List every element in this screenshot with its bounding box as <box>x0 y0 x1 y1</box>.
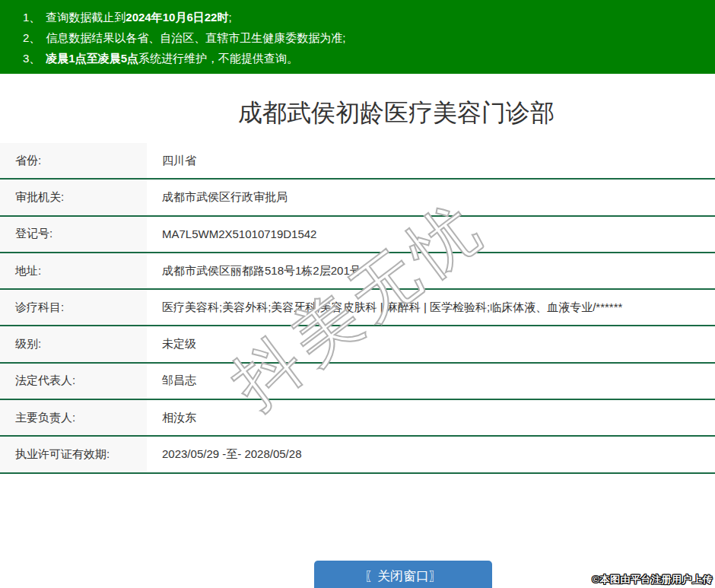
notice-item-text: 信息数据结果以各省、自治区、直辖市卫生健康委数据为准; <box>46 31 345 44</box>
notice-item: 2、信息数据结果以各省、自治区、直辖市卫生健康委数据为准; <box>0 27 715 48</box>
notice-item-text: 查询数据截止到 <box>46 11 126 24</box>
row-label: 执业许可证有效期: <box>0 437 147 472</box>
row-value: 四川省 <box>147 143 715 178</box>
row-value: 医疗美容科;美容外科;美容牙科;美容皮肤科 | 麻醉科 | 医学检验科;临床体液… <box>147 290 715 325</box>
row-value: 2023/05/29 -至- 2028/05/28 <box>147 437 715 472</box>
row-value: 未定级 <box>147 326 715 361</box>
close-window-button[interactable]: 〖关闭窗口〗 <box>314 561 492 588</box>
table-row: 地址: 成都市武侯区丽都路518号1栋2层201号 <box>0 253 715 290</box>
table-row: 法定代表人: 邹昌志 <box>0 364 715 400</box>
notice-item: 1、查询数据截止到2024年10月6日22时; <box>0 7 715 27</box>
row-value: 成都市武侯区行政审批局 <box>147 180 715 215</box>
row-label: 诊疗科目: <box>0 290 147 325</box>
row-value: 相汝东 <box>147 400 715 435</box>
table-row: 登记号: MA7L5WM2X51010719D1542 <box>0 217 715 253</box>
table-row: 执业许可证有效期: 2023/05/29 -至- 2028/05/28 <box>0 437 715 473</box>
notice-item-number: 3、 <box>23 52 40 65</box>
table-row: 级别: 未定级 <box>0 326 715 363</box>
row-label: 主要负责人: <box>0 400 147 435</box>
row-value: MA7L5WM2X51010719D1542 <box>147 217 715 252</box>
notice-item-text: 系统进行维护，不能提供查询。 <box>138 52 298 65</box>
notice-item-bold-text: 2024年10月6日22时 <box>126 11 228 24</box>
table-row: 主要负责人: 相汝东 <box>0 400 715 437</box>
table-row: 省份: 四川省 <box>0 143 715 180</box>
notice-item-number: 1、 <box>23 11 40 24</box>
notice-item: 3、凌晨1点至凌晨5点系统进行维护，不能提供查询。 <box>0 48 715 68</box>
notice-item-text: ; <box>228 11 231 24</box>
info-table: 省份: 四川省 审批机关: 成都市武侯区行政审批局 登记号: MA7L5WM2X… <box>0 143 715 474</box>
row-label: 地址: <box>0 253 147 288</box>
table-row: 诊疗科目: 医疗美容科;美容外科;美容牙科;美容皮肤科 | 麻醉科 | 医学检验… <box>0 290 715 326</box>
row-value: 邹昌志 <box>147 364 715 399</box>
notice-item-bold-text: 凌晨1点至凌晨5点 <box>46 52 138 65</box>
row-value: 成都市武侯区丽都路518号1栋2层201号 <box>147 253 715 288</box>
notice-item-number: 2、 <box>23 31 40 44</box>
credit-watermark: ©本图由平台注册用户上传 <box>592 573 713 586</box>
notice-bar: 1、查询数据截止到2024年10月6日22时; 2、信息数据结果以各省、自治区、… <box>0 0 715 74</box>
table-row: 审批机关: 成都市武侯区行政审批局 <box>0 180 715 216</box>
row-label: 登记号: <box>0 217 147 252</box>
row-label: 审批机关: <box>0 180 147 215</box>
row-label: 级别: <box>0 326 147 361</box>
row-label: 省份: <box>0 143 147 178</box>
page-title: 成都武侯初龄医疗美容门诊部 <box>238 97 555 130</box>
row-label: 法定代表人: <box>0 364 147 399</box>
